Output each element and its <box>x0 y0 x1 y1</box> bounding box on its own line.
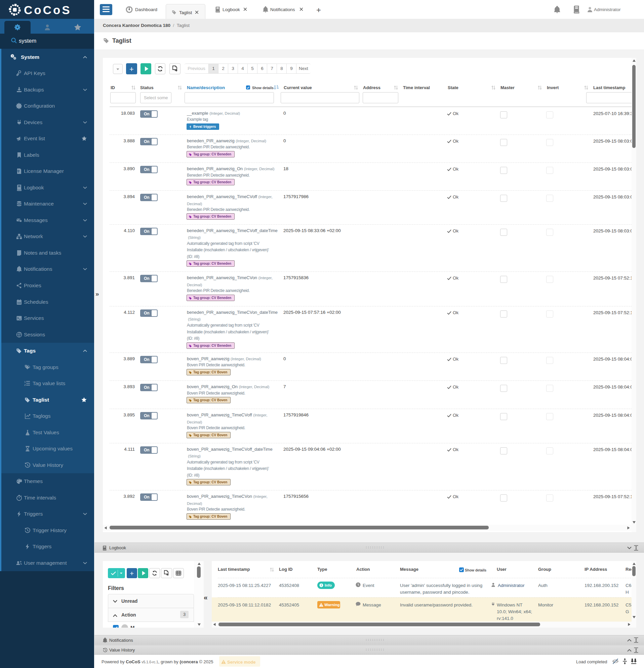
svg-text:2: 2 <box>24 383 26 386</box>
svg-text:1: 1 <box>24 380 26 383</box>
